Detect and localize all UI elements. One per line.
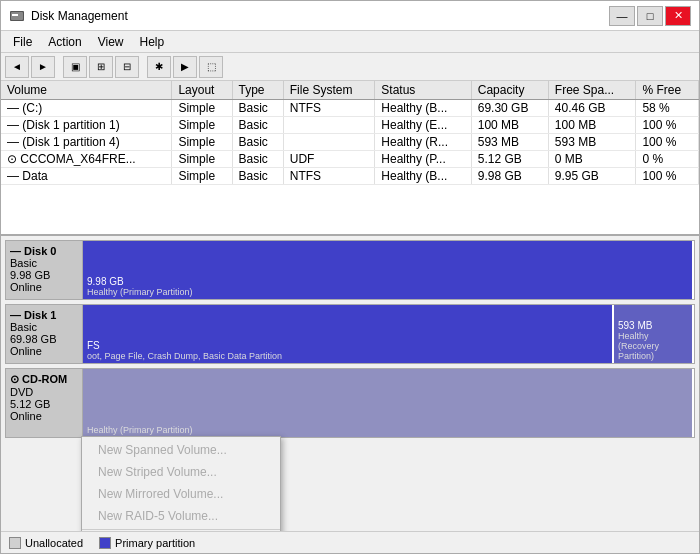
col-capacity: Capacity bbox=[471, 81, 548, 100]
disk-1-partition-2[interactable]: 593 MB Healthy (Recovery Partition) bbox=[614, 305, 694, 363]
cdrom-partition-1[interactable]: Healthy (Primary Partition) bbox=[83, 369, 694, 437]
menu-bar: File Action View Help bbox=[1, 31, 699, 53]
table-cell-3-3: UDF bbox=[283, 151, 375, 168]
table-cell-0-1: Simple bbox=[172, 100, 232, 117]
minimize-button[interactable]: — bbox=[609, 6, 635, 26]
col-layout: Layout bbox=[172, 81, 232, 100]
context-menu: New Spanned Volume...New Striped Volume.… bbox=[81, 436, 281, 531]
table-cell-4-7: 100 % bbox=[636, 168, 699, 185]
disk-0-info: — Disk 0 Basic 9.98 GB Online bbox=[5, 240, 83, 300]
title-bar: Disk Management — □ ✕ bbox=[1, 1, 699, 31]
table-cell-4-1: Simple bbox=[172, 168, 232, 185]
table-cell-0-3: NTFS bbox=[283, 100, 375, 117]
toolbar-btn7[interactable]: ▶ bbox=[173, 56, 197, 78]
toolbar-btn8[interactable]: ⬚ bbox=[199, 56, 223, 78]
legend-unallocated: Unallocated bbox=[9, 537, 83, 549]
legend-primary-label: Primary partition bbox=[115, 537, 195, 549]
table-cell-3-2: Basic bbox=[232, 151, 283, 168]
close-button[interactable]: ✕ bbox=[665, 6, 691, 26]
toolbar-btn6[interactable]: ✱ bbox=[147, 56, 171, 78]
col-percentfree: % Free bbox=[636, 81, 699, 100]
menu-file[interactable]: File bbox=[5, 33, 40, 51]
table-row[interactable]: — (Disk 1 partition 1)SimpleBasicHealthy… bbox=[1, 117, 699, 134]
table-cell-3-4: Healthy (P... bbox=[375, 151, 471, 168]
disk-0-partitions: 9.98 GB Healthy (Primary Partition) bbox=[83, 240, 695, 300]
legend-unallocated-label: Unallocated bbox=[25, 537, 83, 549]
ctx-item-3: New RAID-5 Volume... bbox=[82, 505, 280, 527]
menu-help[interactable]: Help bbox=[132, 33, 173, 51]
table-cell-3-5: 5.12 GB bbox=[471, 151, 548, 168]
window-controls: — □ ✕ bbox=[609, 6, 691, 26]
table-cell-0-5: 69.30 GB bbox=[471, 100, 548, 117]
table-cell-4-6: 9.95 GB bbox=[548, 168, 636, 185]
maximize-button[interactable]: □ bbox=[637, 6, 663, 26]
ctx-separator bbox=[82, 529, 280, 530]
table-cell-0-0: — (C:) bbox=[1, 100, 172, 117]
table-row[interactable]: — (C:)SimpleBasicNTFSHealthy (B...69.30 … bbox=[1, 100, 699, 117]
disk-1-partitions: FS oot, Page File, Crash Dump, Basic Dat… bbox=[83, 304, 695, 364]
table-cell-1-2: Basic bbox=[232, 117, 283, 134]
table-cell-4-5: 9.98 GB bbox=[471, 168, 548, 185]
disk-0-row: — Disk 0 Basic 9.98 GB Online 9.98 GB He… bbox=[5, 240, 695, 300]
disk-0-partition-1[interactable]: 9.98 GB Healthy (Primary Partition) bbox=[83, 241, 694, 299]
toolbar-forward[interactable]: ► bbox=[31, 56, 55, 78]
svg-rect-2 bbox=[12, 14, 18, 16]
table-cell-2-2: Basic bbox=[232, 134, 283, 151]
table-cell-0-6: 40.46 GB bbox=[548, 100, 636, 117]
table-cell-2-0: — (Disk 1 partition 4) bbox=[1, 134, 172, 151]
table-cell-2-4: Healthy (R... bbox=[375, 134, 471, 151]
toolbar-btn4[interactable]: ⊞ bbox=[89, 56, 113, 78]
table-cell-2-1: Simple bbox=[172, 134, 232, 151]
table-row[interactable]: — (Disk 1 partition 4)SimpleBasicHealthy… bbox=[1, 134, 699, 151]
table-cell-2-6: 593 MB bbox=[548, 134, 636, 151]
cdrom-info: ⊙ CD-ROM DVD 5.12 GB Online bbox=[5, 368, 83, 438]
toolbar-back[interactable]: ◄ bbox=[5, 56, 29, 78]
cdrom-partitions: Healthy (Primary Partition) bbox=[83, 368, 695, 438]
table-cell-0-2: Basic bbox=[232, 100, 283, 117]
table-cell-1-5: 100 MB bbox=[471, 117, 548, 134]
ctx-item-2: New Mirrored Volume... bbox=[82, 483, 280, 505]
table-cell-4-2: Basic bbox=[232, 168, 283, 185]
col-volume: Volume bbox=[1, 81, 172, 100]
table-cell-1-4: Healthy (E... bbox=[375, 117, 471, 134]
menu-view[interactable]: View bbox=[90, 33, 132, 51]
table-cell-3-1: Simple bbox=[172, 151, 232, 168]
table-cell-0-7: 58 % bbox=[636, 100, 699, 117]
disk-visual-area: — Disk 0 Basic 9.98 GB Online 9.98 GB He… bbox=[1, 236, 699, 531]
table-cell-2-7: 100 % bbox=[636, 134, 699, 151]
ctx-item-0: New Spanned Volume... bbox=[82, 439, 280, 461]
table-cell-1-7: 100 % bbox=[636, 117, 699, 134]
ctx-item-1: New Striped Volume... bbox=[82, 461, 280, 483]
table-cell-3-6: 0 MB bbox=[548, 151, 636, 168]
table-row[interactable]: — DataSimpleBasicNTFSHealthy (B...9.98 G… bbox=[1, 168, 699, 185]
disk-1-row: — Disk 1 Basic 69.98 GB Online FS oot, P… bbox=[5, 304, 695, 364]
table-row[interactable]: ⊙ CCCOMA_X64FRE...SimpleBasicUDFHealthy … bbox=[1, 151, 699, 168]
col-type: Type bbox=[232, 81, 283, 100]
toolbar-btn5[interactable]: ⊟ bbox=[115, 56, 139, 78]
toolbar-btn3[interactable]: ▣ bbox=[63, 56, 87, 78]
disk-1-info: — Disk 1 Basic 69.98 GB Online bbox=[5, 304, 83, 364]
disk-management-window: Disk Management — □ ✕ File Action View H… bbox=[0, 0, 700, 554]
content-area: Volume Layout Type File System Status Ca… bbox=[1, 81, 699, 531]
cdrom-row: ⊙ CD-ROM DVD 5.12 GB Online Healthy (Pri… bbox=[5, 368, 695, 438]
col-freespace: Free Spa... bbox=[548, 81, 636, 100]
legend-unallocated-box bbox=[9, 537, 21, 549]
table-cell-4-3: NTFS bbox=[283, 168, 375, 185]
table-cell-2-3 bbox=[283, 134, 375, 151]
col-status: Status bbox=[375, 81, 471, 100]
app-icon bbox=[9, 8, 25, 24]
menu-action[interactable]: Action bbox=[40, 33, 89, 51]
disk-table: Volume Layout Type File System Status Ca… bbox=[1, 81, 699, 185]
legend-primary: Primary partition bbox=[99, 537, 195, 549]
table-cell-1-1: Simple bbox=[172, 117, 232, 134]
table-cell-2-5: 593 MB bbox=[471, 134, 548, 151]
table-cell-3-7: 0 % bbox=[636, 151, 699, 168]
table-cell-1-3 bbox=[283, 117, 375, 134]
col-filesystem: File System bbox=[283, 81, 375, 100]
window-title: Disk Management bbox=[31, 9, 128, 23]
toolbar: ◄ ► ▣ ⊞ ⊟ ✱ ▶ ⬚ bbox=[1, 53, 699, 81]
table-cell-4-4: Healthy (B... bbox=[375, 168, 471, 185]
table-cell-1-6: 100 MB bbox=[548, 117, 636, 134]
table-cell-3-0: ⊙ CCCOMA_X64FRE... bbox=[1, 151, 172, 168]
disk-1-partition-1[interactable]: FS oot, Page File, Crash Dump, Basic Dat… bbox=[83, 305, 614, 363]
